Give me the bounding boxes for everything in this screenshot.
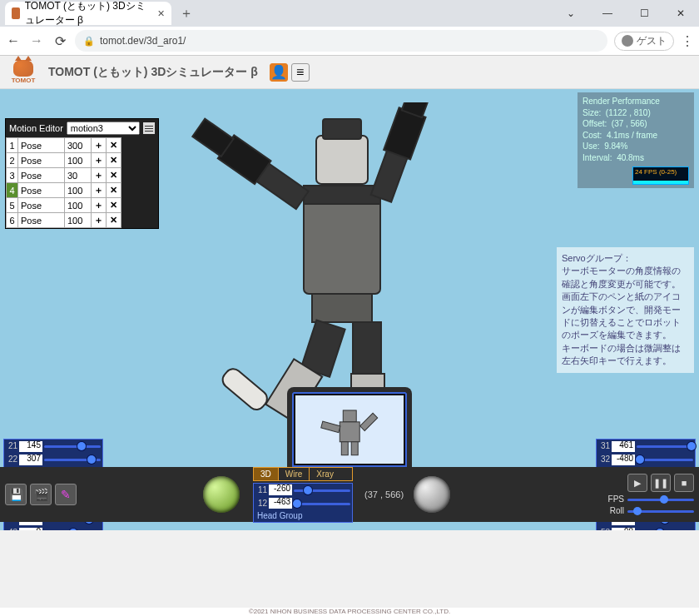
- servo-row[interactable]: 11-260: [254, 484, 352, 497]
- view-mode-wire[interactable]: Wire: [279, 468, 310, 480]
- view-mode-xray[interactable]: Xray: [310, 468, 340, 480]
- servo-slider[interactable]: [44, 441, 101, 451]
- pose-delete-button[interactable]: ✕: [107, 153, 121, 168]
- pose-value[interactable]: 100: [65, 213, 92, 228]
- servo-row[interactable]: 53-98: [597, 526, 695, 530]
- pose-value[interactable]: 100: [65, 198, 92, 213]
- servo-value[interactable]: 0: [19, 528, 42, 531]
- pose-delete-button[interactable]: ✕: [107, 213, 121, 228]
- stop-button[interactable]: ■: [674, 474, 694, 492]
- servo-row[interactable]: 21145: [4, 440, 102, 453]
- help-knob[interactable]: [203, 476, 240, 513]
- jog-knob[interactable]: [414, 476, 450, 513]
- nav-reload-icon[interactable]: ⟳: [52, 33, 68, 49]
- pose-value[interactable]: 100: [65, 153, 92, 168]
- pose-row[interactable]: 1Pose300＋✕: [7, 138, 121, 153]
- window-expand-icon[interactable]: ⌄: [553, 1, 589, 26]
- pose-value[interactable]: 100: [65, 183, 92, 198]
- pose-label[interactable]: Pose: [18, 138, 65, 153]
- servo-slider[interactable]: [637, 455, 693, 464]
- pose-row[interactable]: 4Pose100＋✕: [7, 183, 121, 198]
- servo-slider[interactable]: [294, 499, 350, 509]
- pose-add-button[interactable]: ＋: [92, 183, 107, 198]
- servo-slider[interactable]: [44, 528, 101, 530]
- pose-label[interactable]: Pose: [18, 153, 65, 168]
- pencil-icon: ✎: [61, 488, 71, 501]
- pose-label[interactable]: Pose: [18, 213, 65, 228]
- edit-button[interactable]: ✎: [55, 484, 77, 505]
- camera-preview[interactable]: [287, 387, 412, 467]
- window-close-icon[interactable]: ✕: [662, 1, 699, 26]
- pose-row[interactable]: 6Pose100＋✕: [7, 213, 121, 228]
- pose-label[interactable]: Pose: [18, 183, 65, 198]
- motion-menu-icon[interactable]: [143, 122, 155, 134]
- pose-add-button[interactable]: ＋: [92, 168, 107, 183]
- fps-slider[interactable]: [627, 495, 694, 504]
- guest-profile-button[interactable]: ゲスト: [614, 32, 674, 51]
- servo-row[interactable]: 31461: [597, 440, 695, 453]
- svg-rect-18: [343, 410, 356, 422]
- window-maximize-icon[interactable]: ☐: [626, 1, 662, 26]
- pose-index: 5: [7, 198, 18, 213]
- pose-add-button[interactable]: ＋: [92, 153, 107, 168]
- fps-slider-label: FPS: [602, 494, 624, 504]
- address-bar[interactable]: 🔒 tomot.dev/3d_aro1/: [75, 30, 607, 52]
- save-button[interactable]: 💾: [5, 484, 27, 505]
- roll-slider[interactable]: [627, 507, 694, 515]
- servo-value[interactable]: -98: [612, 528, 635, 531]
- user-mode-button[interactable]: 👤: [270, 63, 288, 82]
- person-standing-icon: 👤: [270, 64, 287, 80]
- servo-value[interactable]: 307: [19, 455, 42, 465]
- browser-menu-icon[interactable]: ⋮: [681, 33, 694, 49]
- nav-back-icon[interactable]: ←: [5, 33, 22, 48]
- servo-row[interactable]: 430: [4, 526, 102, 530]
- pose-add-button[interactable]: ＋: [92, 138, 107, 153]
- pose-delete-button[interactable]: ✕: [107, 198, 121, 213]
- pose-add-button[interactable]: ＋: [92, 198, 107, 213]
- list-mode-button[interactable]: ≡: [291, 63, 310, 82]
- cat-icon: [13, 60, 33, 77]
- nav-forward-icon[interactable]: →: [28, 33, 45, 48]
- servo-value[interactable]: -463: [269, 498, 292, 509]
- pose-delete-button[interactable]: ✕: [107, 138, 121, 153]
- view-mode-3d[interactable]: 3D: [254, 468, 279, 480]
- servo-id: 12: [255, 499, 267, 508]
- pause-button[interactable]: ❚❚: [651, 474, 671, 492]
- pose-row[interactable]: 5Pose100＋✕: [7, 198, 121, 213]
- servo-row[interactable]: 32-480: [597, 453, 695, 466]
- pose-delete-button[interactable]: ✕: [107, 168, 121, 183]
- pose-value[interactable]: 300: [65, 138, 92, 153]
- servo-row[interactable]: 22307: [4, 453, 102, 466]
- motion-select[interactable]: motion3: [67, 122, 140, 135]
- guest-label: ゲスト: [637, 34, 667, 48]
- window-minimize-icon[interactable]: —: [589, 1, 626, 26]
- svg-rect-0: [316, 136, 368, 184]
- servo-slider[interactable]: [637, 441, 693, 451]
- url-text: tomot.dev/3d_aro1/: [100, 35, 186, 47]
- pose-add-button[interactable]: ＋: [92, 213, 107, 228]
- servo-slider[interactable]: [44, 455, 101, 464]
- tab-close-icon[interactable]: ✕: [157, 8, 165, 19]
- pose-label[interactable]: Pose: [18, 168, 65, 183]
- servo-row[interactable]: 12-463: [254, 497, 352, 510]
- play-button[interactable]: ▶: [627, 474, 647, 492]
- app-logo[interactable]: TOMOT: [3, 56, 43, 89]
- pose-value[interactable]: 30: [65, 168, 92, 183]
- pose-label[interactable]: Pose: [18, 198, 65, 213]
- servo-slider[interactable]: [637, 528, 693, 530]
- svg-rect-3: [304, 186, 380, 204]
- pose-row[interactable]: 2Pose100＋✕: [7, 153, 121, 168]
- servo-value[interactable]: 461: [612, 441, 635, 452]
- browser-tab[interactable]: TOMOT (ともット) 3Dシミュレーター β ✕: [5, 2, 171, 25]
- svg-rect-19: [340, 422, 359, 442]
- servo-value[interactable]: -480: [612, 455, 635, 465]
- clapper-button[interactable]: 🎬: [30, 484, 52, 505]
- pose-row[interactable]: 3Pose30＋✕: [7, 168, 121, 183]
- stop-icon: ■: [682, 478, 687, 488]
- servo-value[interactable]: 145: [19, 441, 42, 452]
- servo-slider[interactable]: [294, 485, 350, 495]
- copyright: ©2021 NIHON BUSINESS DATA PROCESSING CEN…: [0, 608, 699, 616]
- new-tab-button[interactable]: ＋: [176, 3, 196, 23]
- servo-value[interactable]: -260: [269, 484, 292, 495]
- pose-delete-button[interactable]: ✕: [107, 183, 121, 198]
